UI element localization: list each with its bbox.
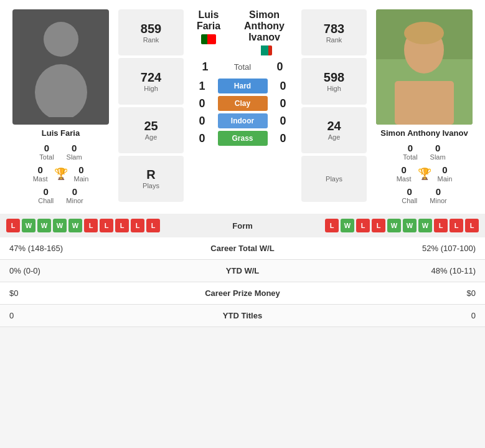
left-mast-value: 0 — [37, 164, 42, 175]
left-ytd-wl: 0% (0-0) — [0, 260, 170, 282]
svg-point-1 — [35, 64, 87, 117]
left-form-9: L — [131, 219, 144, 232]
left-age-value: 25 — [144, 119, 158, 133]
left-main-value: 0 — [78, 164, 83, 175]
clay-right-score: 0 — [277, 97, 290, 110]
indoor-badge: Indoor — [218, 113, 268, 128]
grass-left-score: 0 — [196, 132, 209, 145]
top-section: Luis Faria 0 Total 0 Slam 0 Mast 🏆 0 — [0, 0, 485, 214]
right-mast-label: Mast — [397, 175, 412, 183]
left-main-stat: 0 Main — [74, 164, 89, 183]
total-score-row: 1 Total 0 — [199, 60, 286, 74]
right-total-value: 0 — [408, 143, 413, 153]
right-main-value: 0 — [442, 164, 447, 175]
right-mast-value: 0 — [401, 164, 406, 175]
right-form-5: W — [387, 219, 401, 232]
left-main-label: Main — [74, 175, 89, 183]
right-form-2: W — [341, 219, 354, 232]
indoor-right-score: 0 — [277, 115, 290, 128]
right-slam-value: 0 — [435, 143, 440, 153]
career-wl-label: Career Total W/L — [170, 237, 316, 260]
left-form-8: L — [115, 219, 129, 232]
right-plays-label: Plays — [326, 175, 342, 183]
surface-row-clay: 0 Clay 0 — [187, 96, 298, 111]
left-high-box: 724 High — [118, 58, 184, 104]
left-form-1: L — [6, 219, 20, 232]
right-form-9: L — [450, 219, 463, 232]
left-chall-label: Chall — [38, 197, 54, 204]
left-minor-label: Minor — [66, 197, 83, 204]
left-age-label: Age — [145, 133, 158, 141]
left-slam-stat: 0 Slam — [67, 143, 82, 161]
left-form-7: L — [100, 219, 113, 232]
right-form-6: W — [403, 219, 417, 232]
left-stats-row3: 0 Chall 0 Minor — [38, 186, 83, 204]
right-form-8: L — [434, 219, 448, 232]
left-plays-label: Plays — [143, 182, 159, 189]
right-total-score: 0 — [274, 60, 286, 74]
left-career-wl: 47% (148-165) — [0, 237, 170, 260]
svg-rect-6 — [395, 81, 454, 125]
hard-badge: Hard — [218, 79, 268, 93]
right-form-10: L — [465, 219, 479, 232]
left-player-name: Luis Faria — [42, 128, 80, 138]
svg-point-5 — [404, 22, 444, 44]
left-chall-value: 0 — [44, 186, 49, 197]
left-flag — [201, 34, 216, 44]
prize-label: Career Prize Money — [170, 282, 316, 305]
right-rank-label: Rank — [326, 36, 342, 44]
right-center-name: Simon AnthonyIvanov — [230, 9, 298, 43]
ytd-titles-label: YTD Titles — [170, 305, 316, 327]
hard-right-score: 0 — [277, 80, 290, 93]
left-total-score: 1 — [199, 60, 212, 74]
left-minor-stat: 0 Minor — [66, 186, 83, 204]
right-plays-box: Plays — [301, 156, 367, 202]
left-total-label: Total — [39, 153, 54, 161]
right-form-4: L — [372, 219, 385, 232]
left-high-label: High — [144, 85, 158, 92]
right-minor-label: Minor — [430, 197, 447, 204]
left-rank-label: Rank — [143, 36, 159, 44]
clay-left-score: 0 — [196, 97, 209, 110]
stats-table: 47% (148-165) Career Total W/L 52% (107-… — [0, 237, 485, 327]
right-high-value: 598 — [324, 70, 344, 85]
middle-stats-left: 859 Rank 724 High 25 Age R Plays — [118, 9, 184, 204]
form-section: L W W W W L L L L L Form L W L L W W W L… — [0, 214, 485, 237]
left-stats-row2: 0 Mast 🏆 0 Main — [33, 164, 89, 183]
right-form-7: W — [418, 219, 432, 232]
right-chall-label: Chall — [402, 197, 417, 204]
middle-stats-right: 783 Rank 598 High 24 Age Plays — [301, 9, 367, 204]
table-row-ytd-wl: 0% (0-0) YTD W/L 48% (10-11) — [0, 260, 485, 282]
left-age-box: 25 Age — [118, 107, 184, 153]
left-rank-value: 859 — [141, 22, 161, 36]
left-slam-label: Slam — [67, 153, 82, 161]
left-rank-box: 859 Rank — [118, 9, 184, 55]
grass-badge: Grass — [218, 131, 268, 146]
right-stats-row2: 0 Mast 🏆 0 Main — [397, 164, 453, 183]
right-slam-stat: 0 Slam — [430, 143, 446, 161]
surface-row-indoor: 0 Indoor 0 — [187, 113, 298, 128]
right-stats-row3: 0 Chall 0 Minor — [402, 186, 447, 204]
left-mast-stat: 0 Mast — [33, 164, 48, 183]
right-trophy-icon: 🏆 — [418, 167, 431, 181]
left-form-6: L — [84, 219, 98, 232]
player-left: Luis Faria 0 Total 0 Slam 0 Mast 🏆 0 — [6, 9, 115, 204]
center-section: Luis Faria Simon AnthonyIvanov 1 Total 0… — [184, 9, 301, 204]
left-slam-value: 0 — [72, 143, 77, 153]
left-form-3: W — [37, 219, 51, 232]
right-prize: $0 — [315, 282, 485, 305]
right-player-name: Simon Anthony Ivanov — [380, 128, 468, 138]
left-form-2: W — [22, 219, 35, 232]
right-minor-stat: 0 Minor — [430, 186, 447, 204]
right-name-block: Simon AnthonyIvanov — [230, 9, 298, 55]
left-stats-row1: 0 Total 0 Slam — [39, 143, 82, 161]
player-names-row: Luis Faria Simon AnthonyIvanov — [187, 9, 298, 55]
left-center-name: Luis Faria — [187, 9, 230, 32]
right-flag — [257, 45, 272, 55]
left-trophy-icon: 🏆 — [54, 167, 68, 181]
left-avatar — [12, 9, 109, 125]
table-row-prize: $0 Career Prize Money $0 — [0, 282, 485, 305]
svg-point-0 — [44, 22, 78, 57]
right-total-label: Total — [403, 153, 417, 161]
grass-right-score: 0 — [277, 132, 290, 145]
